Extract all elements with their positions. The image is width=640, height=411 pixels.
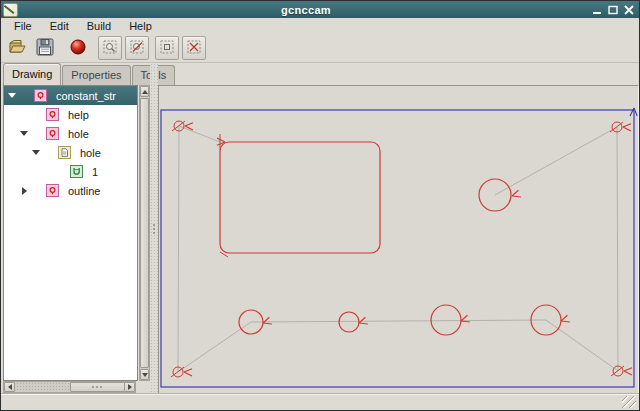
close-button[interactable]	[623, 4, 635, 16]
direction-arrow	[460, 315, 470, 325]
expander-placeholder	[19, 110, 29, 120]
tree-row-hole-2[interactable]: hole	[4, 124, 137, 143]
rapid-move-line[interactable]	[617, 127, 618, 371]
rapid-move-line[interactable]	[495, 127, 617, 195]
app-window: gcnccam FileEditBuildHelp DrawingPropert…	[0, 0, 640, 411]
open-button[interactable]	[5, 35, 31, 61]
zoom-one-icon	[159, 39, 175, 57]
vertical-scrollbar[interactable]	[139, 85, 150, 381]
direction-arrow	[358, 317, 368, 327]
direction-arrow	[624, 368, 632, 375]
drawing-tree[interactable]: constant_strhelpholehole1outline	[3, 85, 138, 381]
zoom-fit-button[interactable]	[182, 36, 206, 60]
build-ball-icon	[69, 38, 87, 58]
pocket-rect[interactable]	[220, 142, 380, 253]
tree-row-1-4[interactable]: 1	[4, 162, 137, 181]
contour-pink-icon	[34, 89, 47, 102]
minimize-button[interactable]	[591, 4, 603, 16]
build-button[interactable]	[65, 35, 91, 61]
scroll-right-button[interactable]	[124, 382, 135, 392]
rapid-move-line[interactable]	[179, 126, 220, 142]
drawing-svg[interactable]	[159, 86, 640, 395]
zoom-out-button[interactable]	[125, 36, 149, 60]
hole-circle[interactable]	[431, 305, 461, 335]
direction-arrow	[560, 315, 570, 325]
toolbar	[1, 34, 639, 63]
drawing-canvas[interactable]	[158, 85, 639, 394]
zoom-in-icon	[102, 39, 118, 57]
tool-green-icon	[70, 165, 83, 178]
horizontal-scrollbar-thumb[interactable]	[70, 382, 125, 392]
menu-item-edit[interactable]: Edit	[41, 19, 78, 33]
window-title: gcnccam	[21, 4, 591, 16]
tree-row-label: hole	[68, 128, 89, 140]
expander-icon[interactable]	[31, 148, 41, 158]
scroll-down-button[interactable]	[140, 369, 149, 380]
contour-pink-icon	[46, 127, 59, 140]
arrow-left-icon	[8, 384, 12, 390]
open-folder-icon	[8, 37, 28, 59]
menubar: FileEditBuildHelp	[1, 18, 639, 34]
arrow-down-icon	[142, 373, 148, 377]
rapid-move-line[interactable]	[546, 320, 618, 371]
zoom-out-icon	[129, 39, 145, 57]
tree-row-outline-5[interactable]: outline	[4, 181, 137, 200]
tab-drawing[interactable]: Drawing	[3, 63, 61, 85]
expander-placeholder	[43, 167, 53, 177]
rapid-move-line[interactable]	[178, 322, 251, 372]
zoom-in-button[interactable]	[98, 36, 122, 60]
pane-splitter[interactable]	[150, 63, 158, 394]
expander-icon[interactable]	[7, 91, 17, 101]
layer-yellow-icon	[58, 146, 71, 159]
scroll-left-button[interactable]	[4, 382, 15, 392]
menu-item-help[interactable]: Help	[120, 19, 161, 33]
statusbar	[1, 394, 639, 410]
rapid-move-line[interactable]	[251, 320, 546, 322]
horizontal-scrollbar[interactable]	[3, 381, 136, 393]
resize-grip[interactable]	[622, 396, 636, 408]
tree-row-hole-3[interactable]: hole	[4, 143, 137, 162]
tree-row-help-1[interactable]: help	[4, 105, 137, 124]
save-floppy-icon	[35, 37, 55, 59]
zoom-fit-icon	[186, 39, 202, 57]
scroll-up-button[interactable]	[140, 86, 149, 97]
expander-icon[interactable]	[19, 186, 29, 196]
tab-bar: DrawingPropertiesTools	[1, 63, 639, 85]
app-icon	[3, 3, 18, 17]
rapid-move-line[interactable]	[178, 126, 179, 372]
tab-properties[interactable]: Properties	[62, 65, 130, 85]
arrow-up-icon	[142, 90, 148, 94]
titlebar[interactable]: gcnccam	[1, 1, 639, 18]
tree-row-label: constant_str	[56, 90, 116, 102]
menu-item-build[interactable]: Build	[78, 19, 120, 33]
sheet-outline[interactable]	[161, 110, 634, 387]
direction-arrow	[184, 369, 192, 376]
vertical-scrollbar-thumb[interactable]	[140, 98, 149, 368]
direction-arrow	[623, 124, 631, 131]
tree-row-label: help	[68, 109, 89, 121]
arrow-right-icon	[128, 384, 132, 390]
maximize-button[interactable]	[607, 4, 619, 16]
tree-row-label: outline	[68, 185, 100, 197]
contour-pink-icon	[46, 108, 59, 121]
expander-icon[interactable]	[19, 129, 29, 139]
tree-row-constant-str-0[interactable]: constant_str	[4, 86, 137, 105]
direction-arrow	[511, 190, 521, 200]
zoom-one-button[interactable]	[155, 36, 179, 60]
save-button[interactable]	[32, 35, 58, 61]
contour-pink-icon	[46, 184, 59, 197]
tree-row-label: hole	[80, 147, 101, 159]
hole-circle[interactable]	[339, 312, 359, 332]
tree-row-label: 1	[92, 166, 98, 178]
menu-item-file[interactable]: File	[5, 19, 41, 33]
